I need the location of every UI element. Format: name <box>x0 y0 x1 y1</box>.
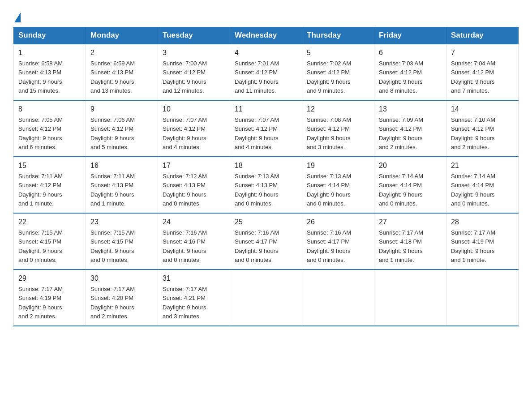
calendar-day-cell: 10 Sunrise: 7:07 AMSunset: 4:12 PMDaylig… <box>158 100 230 157</box>
day-info: Sunrise: 7:15 AMSunset: 4:15 PMDaylight:… <box>90 229 135 263</box>
day-info: Sunrise: 7:17 AMSunset: 4:19 PMDaylight:… <box>451 229 495 263</box>
day-number: 5 <box>307 47 369 58</box>
day-number: 17 <box>163 160 225 171</box>
day-number: 21 <box>451 160 514 171</box>
day-info: Sunrise: 7:05 AMSunset: 4:12 PMDaylight:… <box>18 116 63 150</box>
day-info: Sunrise: 7:17 AMSunset: 4:20 PMDaylight:… <box>90 286 135 320</box>
logo <box>13 13 21 22</box>
day-number: 4 <box>235 47 297 58</box>
day-number: 8 <box>18 104 81 115</box>
calendar-header-sunday: Sunday <box>14 27 86 44</box>
day-number: 11 <box>235 104 297 115</box>
calendar-day-cell: 11 Sunrise: 7:07 AMSunset: 4:12 PMDaylig… <box>230 100 302 157</box>
day-info: Sunrise: 6:59 AMSunset: 4:13 PMDaylight:… <box>90 60 135 94</box>
calendar-day-cell <box>374 270 446 326</box>
calendar-week-row: 22 Sunrise: 7:15 AMSunset: 4:15 PMDaylig… <box>14 213 519 270</box>
calendar-day-cell: 22 Sunrise: 7:15 AMSunset: 4:15 PMDaylig… <box>14 213 86 270</box>
calendar-day-cell <box>302 270 374 326</box>
calendar-day-cell: 19 Sunrise: 7:13 AMSunset: 4:14 PMDaylig… <box>302 157 374 213</box>
day-info: Sunrise: 7:13 AMSunset: 4:14 PMDaylight:… <box>307 173 351 207</box>
calendar-day-cell: 4 Sunrise: 7:01 AMSunset: 4:12 PMDayligh… <box>230 44 302 100</box>
day-info: Sunrise: 7:07 AMSunset: 4:12 PMDaylight:… <box>235 116 279 150</box>
day-number: 16 <box>90 160 153 171</box>
calendar-day-cell: 2 Sunrise: 6:59 AMSunset: 4:13 PMDayligh… <box>86 44 158 100</box>
calendar-day-cell: 5 Sunrise: 7:02 AMSunset: 4:12 PMDayligh… <box>302 44 374 100</box>
day-number: 28 <box>451 217 514 227</box>
calendar-header-saturday: Saturday <box>446 27 519 44</box>
logo-triangle-icon <box>14 13 21 22</box>
calendar-day-cell: 15 Sunrise: 7:11 AMSunset: 4:12 PMDaylig… <box>14 157 86 213</box>
day-info: Sunrise: 7:01 AMSunset: 4:12 PMDaylight:… <box>235 60 279 94</box>
day-number: 12 <box>307 104 369 115</box>
calendar-day-cell: 23 Sunrise: 7:15 AMSunset: 4:15 PMDaylig… <box>86 213 158 270</box>
day-number: 10 <box>163 104 225 115</box>
calendar-day-cell: 25 Sunrise: 7:16 AMSunset: 4:17 PMDaylig… <box>230 213 302 270</box>
day-number: 25 <box>235 217 297 227</box>
day-info: Sunrise: 7:17 AMSunset: 4:19 PMDaylight:… <box>18 286 63 320</box>
day-info: Sunrise: 7:06 AMSunset: 4:12 PMDaylight:… <box>90 116 135 150</box>
day-info: Sunrise: 7:16 AMSunset: 4:17 PMDaylight:… <box>235 229 279 263</box>
day-number: 2 <box>90 47 153 58</box>
calendar-day-cell <box>230 270 302 326</box>
day-number: 19 <box>307 160 369 171</box>
day-number: 15 <box>18 160 81 171</box>
calendar-day-cell: 6 Sunrise: 7:03 AMSunset: 4:12 PMDayligh… <box>374 44 446 100</box>
day-number: 13 <box>379 104 442 115</box>
day-number: 6 <box>379 47 442 58</box>
calendar-day-cell: 9 Sunrise: 7:06 AMSunset: 4:12 PMDayligh… <box>86 100 158 157</box>
day-info: Sunrise: 6:58 AMSunset: 4:13 PMDaylight:… <box>18 60 63 94</box>
day-number: 20 <box>379 160 442 171</box>
calendar-table: SundayMondayTuesdayWednesdayThursdayFrid… <box>13 27 519 326</box>
calendar-header-monday: Monday <box>86 27 158 44</box>
day-info: Sunrise: 7:02 AMSunset: 4:12 PMDaylight:… <box>307 60 351 94</box>
day-number: 7 <box>451 47 514 58</box>
day-number: 9 <box>90 104 153 115</box>
calendar-header-tuesday: Tuesday <box>158 27 230 44</box>
calendar-day-cell: 30 Sunrise: 7:17 AMSunset: 4:20 PMDaylig… <box>86 270 158 326</box>
day-info: Sunrise: 7:07 AMSunset: 4:12 PMDaylight:… <box>163 116 207 150</box>
calendar-day-cell: 8 Sunrise: 7:05 AMSunset: 4:12 PMDayligh… <box>14 100 86 157</box>
page-header <box>13 9 519 22</box>
day-info: Sunrise: 7:17 AMSunset: 4:18 PMDaylight:… <box>379 229 423 263</box>
calendar-day-cell: 26 Sunrise: 7:16 AMSunset: 4:17 PMDaylig… <box>302 213 374 270</box>
day-info: Sunrise: 7:08 AMSunset: 4:12 PMDaylight:… <box>307 116 351 150</box>
day-number: 30 <box>90 273 153 284</box>
day-number: 27 <box>379 217 442 227</box>
day-info: Sunrise: 7:14 AMSunset: 4:14 PMDaylight:… <box>379 173 423 207</box>
day-number: 1 <box>18 47 81 58</box>
calendar-day-cell: 18 Sunrise: 7:13 AMSunset: 4:13 PMDaylig… <box>230 157 302 213</box>
calendar-header-friday: Friday <box>374 27 446 44</box>
calendar-week-row: 1 Sunrise: 6:58 AMSunset: 4:13 PMDayligh… <box>14 44 519 100</box>
day-info: Sunrise: 7:04 AMSunset: 4:12 PMDaylight:… <box>451 60 495 94</box>
calendar-week-row: 8 Sunrise: 7:05 AMSunset: 4:12 PMDayligh… <box>14 100 519 157</box>
calendar-week-row: 15 Sunrise: 7:11 AMSunset: 4:12 PMDaylig… <box>14 157 519 213</box>
calendar-day-cell: 14 Sunrise: 7:10 AMSunset: 4:12 PMDaylig… <box>446 100 519 157</box>
calendar-day-cell <box>446 270 519 326</box>
calendar-day-cell: 13 Sunrise: 7:09 AMSunset: 4:12 PMDaylig… <box>374 100 446 157</box>
day-info: Sunrise: 7:12 AMSunset: 4:13 PMDaylight:… <box>163 173 207 207</box>
day-number: 26 <box>307 217 369 227</box>
day-number: 22 <box>18 217 81 227</box>
calendar-day-cell: 20 Sunrise: 7:14 AMSunset: 4:14 PMDaylig… <box>374 157 446 213</box>
day-number: 31 <box>163 273 225 284</box>
day-number: 23 <box>90 217 153 227</box>
calendar-header-wednesday: Wednesday <box>230 27 302 44</box>
day-info: Sunrise: 7:09 AMSunset: 4:12 PMDaylight:… <box>379 116 423 150</box>
calendar-day-cell: 12 Sunrise: 7:08 AMSunset: 4:12 PMDaylig… <box>302 100 374 157</box>
calendar-day-cell: 7 Sunrise: 7:04 AMSunset: 4:12 PMDayligh… <box>446 44 519 100</box>
day-info: Sunrise: 7:16 AMSunset: 4:16 PMDaylight:… <box>163 229 207 263</box>
day-number: 18 <box>235 160 297 171</box>
calendar-day-cell: 27 Sunrise: 7:17 AMSunset: 4:18 PMDaylig… <box>374 213 446 270</box>
day-info: Sunrise: 7:17 AMSunset: 4:21 PMDaylight:… <box>163 286 207 320</box>
calendar-day-cell: 16 Sunrise: 7:11 AMSunset: 4:13 PMDaylig… <box>86 157 158 213</box>
day-number: 29 <box>18 273 81 284</box>
day-info: Sunrise: 7:14 AMSunset: 4:14 PMDaylight:… <box>451 173 495 207</box>
day-info: Sunrise: 7:00 AMSunset: 4:12 PMDaylight:… <box>163 60 207 94</box>
calendar-day-cell: 21 Sunrise: 7:14 AMSunset: 4:14 PMDaylig… <box>446 157 519 213</box>
day-info: Sunrise: 7:13 AMSunset: 4:13 PMDaylight:… <box>235 173 279 207</box>
day-info: Sunrise: 7:16 AMSunset: 4:17 PMDaylight:… <box>307 229 351 263</box>
day-number: 3 <box>163 47 225 58</box>
calendar-day-cell: 28 Sunrise: 7:17 AMSunset: 4:19 PMDaylig… <box>446 213 519 270</box>
calendar-day-cell: 1 Sunrise: 6:58 AMSunset: 4:13 PMDayligh… <box>14 44 86 100</box>
calendar-header-thursday: Thursday <box>302 27 374 44</box>
